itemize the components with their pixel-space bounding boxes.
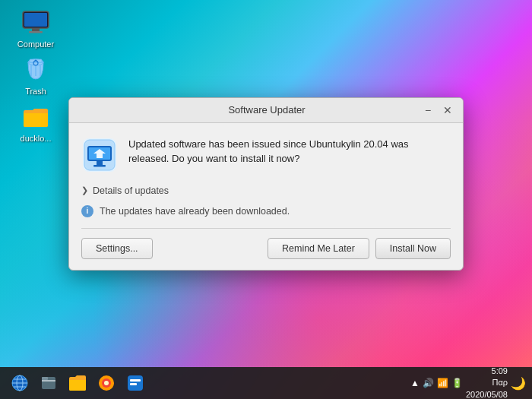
svg-rect-27 — [130, 383, 137, 385]
info-icon: i — [81, 205, 93, 217]
taskbar: ▲ 🔊 📶 🔋 5:09 Παρ 2020/05/08 🌙 — [0, 367, 532, 399]
dialog-body: Updated software has been issued since U… — [69, 123, 463, 270]
dialog-title: Software Updater — [113, 104, 420, 116]
taskbar-tray: ▲ 🔊 📶 🔋 5:09 Παρ 2020/05/08 🌙 — [410, 366, 526, 399]
svg-rect-21 — [42, 377, 48, 380]
dialog-message: Updated software has been issued since U… — [128, 137, 451, 166]
tray-moon-icon[interactable]: 🌙 — [511, 376, 526, 391]
dialog-main-content: Updated software has been issued since U… — [81, 137, 451, 173]
taskbar-firefox-icon[interactable] — [93, 369, 120, 397]
taskbar-folder-icon[interactable] — [64, 369, 91, 397]
svg-rect-13 — [93, 165, 106, 167]
info-row: i The updates have already been download… — [81, 205, 451, 217]
tray-volume-icon[interactable]: 🔊 — [423, 378, 434, 388]
clock-date: Παρ 2020/05/08 — [466, 377, 508, 399]
clock-time: 5:09 — [466, 366, 508, 377]
dialog-actions-right: Remind Me Later Install Now — [268, 238, 451, 259]
svg-rect-12 — [97, 161, 103, 165]
updater-icon — [81, 137, 118, 173]
svg-rect-26 — [130, 379, 141, 382]
clock-date-value: 2020/05/08 — [466, 390, 508, 399]
separator — [81, 228, 451, 229]
tray-battery-icon[interactable]: 🔋 — [451, 378, 463, 388]
minimize-button[interactable]: − — [420, 103, 435, 118]
chevron-right-icon: ❯ — [81, 185, 88, 195]
taskbar-app-icons — [6, 369, 407, 397]
tray-network-icon[interactable]: 📶 — [437, 378, 448, 388]
dialog-actions: Settings... Remind Me Later Install Now — [81, 238, 451, 259]
software-updater-dialog: Software Updater − ✕ — [68, 97, 464, 271]
dialog-overlay: Software Updater − ✕ — [0, 0, 532, 367]
settings-button[interactable]: Settings... — [81, 238, 153, 259]
remind-later-button[interactable]: Remind Me Later — [268, 238, 369, 259]
svg-point-24 — [104, 381, 109, 385]
svg-rect-20 — [42, 380, 55, 382]
install-now-button[interactable]: Install Now — [375, 238, 451, 259]
tray-expand-icon[interactable]: ▲ — [410, 378, 420, 388]
taskbar-clock: 5:09 Παρ 2020/05/08 — [466, 366, 508, 399]
desktop: Computer Trash — [0, 0, 532, 399]
taskbar-browser-icon[interactable] — [6, 369, 33, 397]
details-row[interactable]: ❯ Details of updates — [81, 184, 451, 198]
info-text: The updates have already been downloaded… — [100, 206, 290, 217]
dialog-titlebar: Software Updater − ✕ — [69, 98, 463, 123]
clock-period: Παρ — [492, 378, 508, 387]
details-label: Details of updates — [93, 185, 169, 196]
close-button[interactable]: ✕ — [440, 103, 455, 118]
dialog-controls: − ✕ — [420, 103, 455, 118]
taskbar-software-icon[interactable] — [122, 369, 149, 397]
taskbar-files-icon[interactable] — [35, 369, 62, 397]
